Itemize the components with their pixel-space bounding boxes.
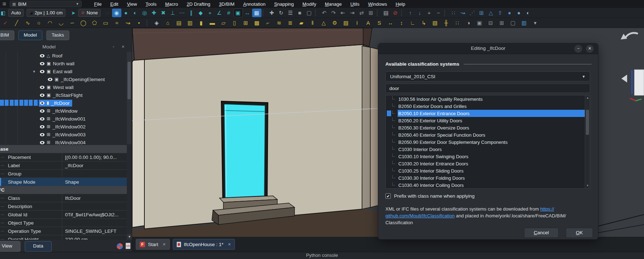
bim-equipment-icon[interactable]: ⚙ — [330, 19, 339, 27]
property-row[interactable]: Description — [0, 202, 127, 211]
separator[interactable] — [147, 20, 150, 26]
bim-project-icon[interactable]: ⌂ — [163, 19, 172, 27]
menu-item[interactable]: View — [123, 1, 141, 8]
menu-item[interactable]: Annotation — [239, 1, 269, 8]
dock-tab[interactable]: BIM — [0, 30, 14, 40]
draft-bspline-icon[interactable]: ≈ — [112, 19, 121, 27]
property-row[interactable]: Label _IfcDoor — [0, 161, 127, 170]
sketch-page-icon[interactable]: ▤ — [381, 9, 391, 17]
grid-array-icon[interactable]: ∷ — [453, 19, 462, 27]
snap-midpoint-icon[interactable]: ◐ — [131, 9, 140, 17]
menu-item[interactable]: File — [90, 1, 106, 8]
menu-item[interactable]: 3D/BIM — [215, 1, 238, 8]
close-panel-icon[interactable]: ✕ — [121, 44, 125, 49]
menu-item[interactable]: Macro — [161, 1, 182, 8]
classification-item[interactable]: C1030.30 Interior Folding Doors — [386, 174, 585, 182]
bim-curtainwall-icon[interactable]: ▩ — [252, 19, 261, 27]
align-left-icon[interactable]: ⇤ — [338, 9, 348, 17]
close-icon[interactable]: ✕ — [586, 45, 594, 53]
classification-item[interactable]: B2050.10 Exterior Entrance Doors — [386, 110, 585, 117]
property-row[interactable]: Overall Height 220.00 cm — [0, 235, 127, 240]
bim-pipe-icon[interactable]: ⌐ — [263, 19, 273, 27]
tree-scrollbar-thumb[interactable] — [128, 62, 131, 99]
mirror-icon[interactable]: △ — [486, 9, 496, 17]
draft-ellipse-icon[interactable]: ◯ — [79, 19, 88, 27]
menu-item[interactable]: Modify — [298, 1, 320, 8]
visibility-eye-icon[interactable] — [40, 102, 45, 105]
draft-line-icon[interactable]: ╱ — [12, 19, 21, 27]
menu-item[interactable]: 2D Drafting — [183, 1, 214, 8]
visibility-eye-icon[interactable] — [40, 62, 45, 65]
menu-item[interactable]: Windows — [364, 1, 391, 8]
classification-item[interactable]: B2050.30 Exterior Oversize Doors — [386, 124, 585, 131]
line-style-combo[interactable]: ◢ 2px | 1.00 cm — [27, 9, 65, 17]
prefix-checkbox[interactable]: ✔ — [385, 193, 391, 199]
facebinder-icon[interactable]: ◈ — [152, 19, 161, 27]
close-tab-icon[interactable]: ✕ — [228, 242, 231, 247]
dock-tab[interactable]: Tasks — [46, 30, 70, 40]
working-plane-proxy-icon[interactable]: ◧ — [1, 10, 5, 16]
tree-row[interactable]: ▼ ▣ _IfcStairFlight — [0, 91, 126, 99]
float-panel-icon[interactable]: ▫ — [113, 44, 114, 49]
working-plane-combo[interactable]: Auto — [8, 9, 24, 17]
toggle-display-mode-icon[interactable]: ◐ — [524, 9, 533, 17]
move-down-icon[interactable]: ↓ — [415, 9, 425, 17]
classification-link[interactable]: https:// — [540, 206, 554, 212]
point-array-icon[interactable]: ⋰ — [468, 9, 477, 17]
snap-special-icon[interactable]: ✚ — [149, 9, 159, 17]
wall-corner-face[interactable] — [362, 46, 370, 209]
property-row[interactable]: IFC — [0, 186, 127, 194]
dialog-titlebar[interactable]: Editing _IfcDoor − ✕ — [378, 43, 598, 54]
classification-link[interactable]: github.com/Moult/IfcClassification — [385, 213, 455, 218]
cancel-button[interactable]: Cancel — [524, 228, 559, 238]
grid-toggle-icon[interactable]: ▦ — [252, 9, 261, 17]
pin-icon[interactable]: ╫ — [441, 19, 451, 27]
nav-cube-face[interactable] — [634, 70, 644, 95]
fit-view-icon[interactable]: ⊞ — [366, 9, 376, 17]
bim-wall-icon[interactable]: ▤ — [174, 19, 184, 27]
property-value[interactable]: Shape — [62, 179, 127, 185]
constraint-combo[interactable]: ⊘ None — [78, 9, 101, 17]
property-value[interactable]: SINGLE_SWING_LEFT — [62, 229, 127, 234]
property-row[interactable]: Group — [0, 170, 127, 178]
apply-style-icon[interactable]: ● — [505, 9, 514, 17]
menu-item[interactable]: Manage — [321, 1, 346, 8]
draft-fillet-icon[interactable]: ∽ — [68, 19, 77, 27]
array-icon[interactable]: ∷ — [449, 9, 458, 17]
scroll-up-icon[interactable]: ▲ — [585, 95, 590, 100]
snap-ortho-icon[interactable]: + — [205, 9, 215, 17]
menu-item[interactable]: Snapping — [270, 1, 298, 8]
toolbar-drag-handle[interactable]: ⸬ — [106, 10, 109, 15]
dimension-vertical-icon[interactable]: ↕ — [397, 19, 406, 27]
tree-row[interactable]: ▼ ▣ North wall — [0, 60, 126, 67]
undo-icon[interactable]: ↶ — [320, 9, 329, 17]
label-icon[interactable]: ∟ — [408, 19, 417, 27]
bim-structure-icon[interactable]: ▥ — [185, 19, 195, 27]
snap-parallel-icon[interactable]: ∥ — [187, 9, 196, 17]
classification-item[interactable]: B2050 Exterior Doors and Grilles — [386, 103, 585, 110]
bim-stairs-icon[interactable]: ≣ — [286, 19, 295, 27]
draft-move-icon[interactable]: ✚ — [267, 9, 277, 17]
bim-door-icon[interactable]: ▯ — [230, 19, 239, 27]
tree-row[interactable]: ▼ ▣ East wall — [0, 67, 126, 75]
bim-column-icon[interactable]: ▮ — [196, 19, 206, 27]
visibility-eye-icon[interactable] — [40, 54, 45, 57]
property-row[interactable]: Placement [(0.00 0.00 1.00); 90.0... — [0, 153, 127, 161]
draft-wire-icon[interactable]: ∿ — [23, 19, 32, 27]
draft-circle-icon[interactable]: ○ — [34, 19, 43, 27]
separator[interactable] — [315, 10, 319, 16]
classification-item[interactable]: B2050.40 Exterior Special Function Doors — [386, 131, 585, 138]
draft-point-icon[interactable]: • — [134, 19, 144, 27]
remove-component-icon[interactable]: − — [434, 9, 443, 17]
move-up-icon[interactable]: ↑ — [406, 9, 415, 17]
snap-dimensions-icon[interactable]: ↔ — [243, 9, 252, 17]
tree-row[interactable]: ▼ ▣ West wall — [0, 83, 126, 91]
draft-arc-icon[interactable]: ◠ — [45, 19, 55, 27]
axis-system-icon[interactable]: ⊞ — [497, 19, 506, 27]
visibility-eye-icon[interactable] — [40, 86, 45, 89]
visibility-eye-icon[interactable] — [40, 133, 45, 136]
hatch-icon[interactable]: ▧ — [430, 19, 440, 27]
list-scrollbar[interactable]: ▲ ▼ — [585, 95, 590, 188]
stop-macro-icon[interactable]: ⊘ — [391, 9, 400, 17]
snap-grid-icon[interactable]: # — [224, 9, 233, 17]
